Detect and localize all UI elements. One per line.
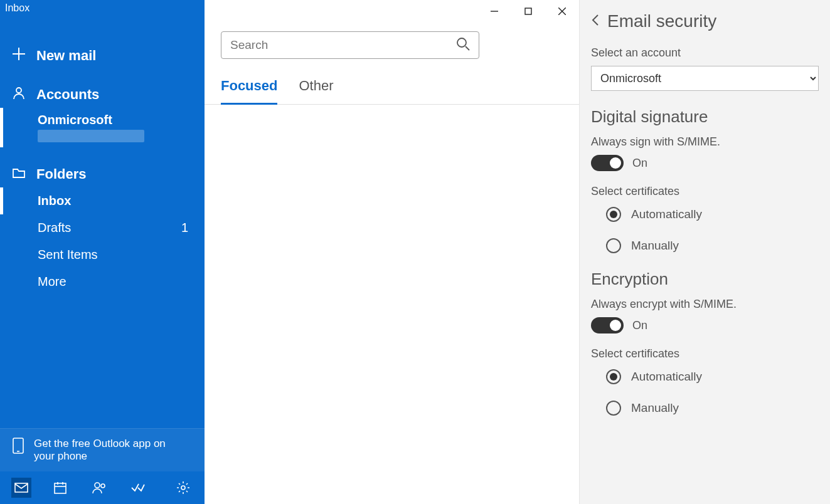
close-button[interactable] xyxy=(545,0,579,23)
svg-point-14 xyxy=(101,484,105,488)
encrypt-cert-auto[interactable]: Automatically xyxy=(606,369,819,384)
search-box[interactable] xyxy=(221,31,479,59)
folder-label: More xyxy=(38,275,67,289)
new-mail-button[interactable]: New mail xyxy=(0,39,205,76)
people-tab-icon[interactable] xyxy=(89,478,109,498)
radio-icon xyxy=(606,369,621,384)
svg-rect-8 xyxy=(15,483,28,492)
radio-icon xyxy=(606,401,621,416)
sign-select-certs-label: Select certificates xyxy=(591,185,819,198)
encrypt-toggle[interactable] xyxy=(591,317,624,333)
account-email-redacted xyxy=(38,130,144,142)
settings-icon[interactable] xyxy=(173,478,193,498)
search-input[interactable] xyxy=(230,38,456,52)
folders-label: Folders xyxy=(36,166,86,182)
bottom-bar xyxy=(0,471,205,504)
select-account-label: Select an account xyxy=(591,46,819,60)
window-controls xyxy=(477,0,579,23)
tab-other[interactable]: Other xyxy=(299,70,333,104)
svg-point-5 xyxy=(16,88,21,93)
promo-banner[interactable]: Get the free Outlook app on your phone xyxy=(0,428,205,471)
folder-count: 1 xyxy=(181,221,188,235)
main-area: Focused Other xyxy=(205,0,579,504)
mail-tab-icon[interactable] xyxy=(11,478,31,498)
phone-icon xyxy=(13,438,24,457)
svg-point-15 xyxy=(181,486,185,490)
person-icon xyxy=(13,87,25,103)
svg-point-13 xyxy=(95,483,100,488)
svg-point-20 xyxy=(457,38,466,47)
radio-label: Manually xyxy=(631,239,679,253)
folder-label: Sent Items xyxy=(38,248,98,262)
sign-cert-manual[interactable]: Manually xyxy=(606,238,819,253)
plus-icon xyxy=(13,48,25,64)
radio-icon xyxy=(606,207,621,222)
account-select[interactable]: Onmicrosoft xyxy=(591,66,819,91)
calendar-tab-icon[interactable] xyxy=(50,478,70,498)
new-mail-label: New mail xyxy=(36,48,96,64)
hamburger-button[interactable] xyxy=(0,16,25,39)
encrypt-cert-manual[interactable]: Manually xyxy=(606,401,819,416)
folder-drafts[interactable]: Drafts 1 xyxy=(0,214,205,241)
encryption-heading: Encryption xyxy=(591,270,819,289)
folder-icon xyxy=(13,166,25,182)
svg-rect-17 xyxy=(525,8,531,14)
sign-cert-auto[interactable]: Automatically xyxy=(606,207,819,222)
folder-sent[interactable]: Sent Items xyxy=(0,241,205,268)
encrypt-select-certs-label: Select certificates xyxy=(591,347,819,360)
maximize-button[interactable] xyxy=(511,0,545,23)
sign-toggle[interactable] xyxy=(591,155,624,171)
accounts-header[interactable]: Accounts xyxy=(0,76,205,108)
window-title: Inbox xyxy=(0,0,205,16)
radio-label: Manually xyxy=(631,401,679,415)
folder-label: Drafts xyxy=(38,221,71,235)
tab-focused[interactable]: Focused xyxy=(221,70,277,105)
always-sign-label: Always sign with S/MIME. xyxy=(591,135,819,149)
back-icon[interactable] xyxy=(591,14,600,29)
folders-header[interactable]: Folders xyxy=(0,156,205,187)
todo-tab-icon[interactable] xyxy=(128,478,148,498)
email-security-panel: Email security Select an account Onmicro… xyxy=(579,0,830,504)
sidebar: Inbox New mail Accounts Onmicrosoft Fold… xyxy=(0,0,205,504)
folder-inbox[interactable]: Inbox xyxy=(0,187,205,214)
radio-label: Automatically xyxy=(631,370,702,384)
radio-icon xyxy=(606,238,621,253)
svg-line-21 xyxy=(466,46,469,50)
account-item[interactable]: Onmicrosoft xyxy=(0,108,205,147)
sign-toggle-state: On xyxy=(632,157,647,170)
accounts-label: Accounts xyxy=(36,87,99,103)
promo-text: Get the free Outlook app on your phone xyxy=(34,438,172,463)
panel-title: Email security xyxy=(607,11,716,31)
inbox-tabs: Focused Other xyxy=(205,70,579,105)
account-name: Onmicrosoft xyxy=(38,113,192,127)
folder-label: Inbox xyxy=(38,194,71,208)
folder-more[interactable]: More xyxy=(0,268,205,295)
always-encrypt-label: Always encrypt with S/MIME. xyxy=(591,298,819,311)
encrypt-toggle-state: On xyxy=(632,319,647,332)
radio-label: Automatically xyxy=(631,207,702,221)
minimize-button[interactable] xyxy=(477,0,511,23)
digital-signature-heading: Digital signature xyxy=(591,107,819,127)
svg-rect-9 xyxy=(55,483,66,493)
search-icon[interactable] xyxy=(456,37,470,53)
